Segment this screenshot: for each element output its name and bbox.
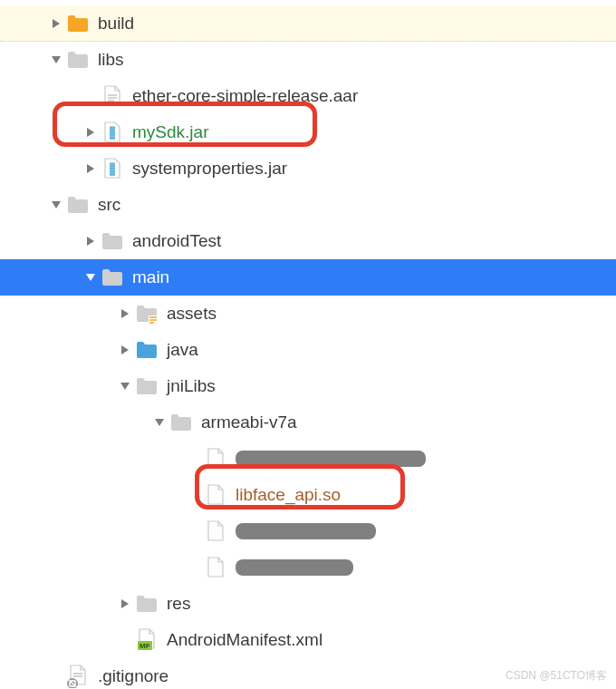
- tree-item-armeabi-v7a[interactable]: armeabi-v7a: [0, 404, 616, 441]
- project-tree[interactable]: build libs ether-core-simple-release.aar…: [0, 0, 616, 689]
- tree-item-so-file[interactable]: [0, 549, 616, 586]
- folder-icon: [67, 194, 89, 216]
- tree-item-libs[interactable]: libs: [0, 42, 616, 78]
- tree-item-java[interactable]: java: [0, 332, 616, 368]
- tree-item-src[interactable]: src: [0, 187, 616, 223]
- chevron-down-icon[interactable]: [49, 53, 63, 66]
- tree-item-so-file[interactable]: [0, 441, 616, 477]
- chevron-right-icon[interactable]: [83, 126, 98, 139]
- file-icon: [205, 448, 226, 470]
- tree-item-label: .gitignore: [98, 666, 168, 686]
- tree-item-label: assets: [167, 304, 217, 324]
- redacted-label: [236, 451, 426, 467]
- tree-item-label: build: [98, 14, 134, 34]
- tree-item-android-manifest[interactable]: AndroidManifest.xml: [0, 622, 616, 658]
- chevron-right-icon[interactable]: [49, 17, 63, 30]
- jar-file-icon: [101, 158, 123, 180]
- chevron-right-icon[interactable]: [118, 307, 132, 320]
- tree-item-label: jniLibs: [167, 376, 216, 396]
- tree-item-label: AndroidManifest.xml: [167, 630, 322, 650]
- file-icon: [205, 557, 226, 578]
- folder-icon: [136, 375, 158, 397]
- tree-item-jnilibs[interactable]: jniLibs: [0, 368, 616, 404]
- redacted-label: [236, 559, 353, 576]
- folder-icon: [101, 230, 123, 252]
- tree-item-label: armeabi-v7a: [201, 412, 297, 432]
- tree-item-label: androidTest: [132, 231, 221, 251]
- tree-item-build[interactable]: build: [0, 5, 616, 42]
- tree-item-androidtest[interactable]: androidTest: [0, 223, 616, 259]
- chevron-right-icon[interactable]: [83, 162, 98, 175]
- tree-item-label: res: [167, 594, 190, 614]
- tree-item-mysdk-jar[interactable]: mySdk.jar: [0, 114, 616, 150]
- tree-item-so-file[interactable]: [0, 513, 616, 549]
- folder-icon: [136, 339, 158, 361]
- manifest-file-icon: [136, 629, 158, 651]
- redacted-label: [236, 523, 376, 539]
- folder-icon: [170, 412, 192, 433]
- chevron-right-icon[interactable]: [83, 235, 98, 247]
- tree-item-aar[interactable]: ether-core-simple-release.aar: [0, 78, 616, 114]
- tree-item-label: java: [167, 340, 198, 360]
- tree-item-label: systemproperties.jar: [132, 159, 287, 179]
- file-icon: [101, 85, 123, 107]
- tree-item-main[interactable]: main: [0, 259, 616, 296]
- folder-icon: [101, 267, 123, 288]
- watermark: CSDN @51CTO博客: [505, 668, 607, 684]
- gitignore-file-icon: [67, 665, 89, 687]
- chevron-down-icon[interactable]: [49, 199, 63, 211]
- tree-item-label: main: [132, 267, 169, 287]
- file-icon: [205, 520, 226, 542]
- file-icon: [205, 484, 226, 506]
- jar-file-icon: [101, 121, 123, 143]
- tree-item-label: mySdk.jar: [132, 122, 208, 142]
- chevron-right-icon[interactable]: [118, 597, 132, 610]
- tree-item-label: libs: [98, 50, 124, 70]
- chevron-down-icon[interactable]: [118, 380, 132, 393]
- tree-item-libface-api-so[interactable]: libface_api.so: [0, 477, 616, 513]
- folder-icon: [67, 49, 89, 71]
- folder-icon: [136, 303, 158, 325]
- chevron-down-icon[interactable]: [83, 271, 98, 284]
- tree-item-label: libface_api.so: [236, 485, 341, 505]
- folder-icon: [136, 593, 158, 615]
- folder-icon: [67, 13, 89, 34]
- tree-item-label: ether-core-simple-release.aar: [132, 86, 358, 106]
- tree-item-res[interactable]: res: [0, 586, 616, 622]
- tree-item-assets[interactable]: assets: [0, 296, 616, 332]
- tree-item-label: src: [98, 195, 120, 215]
- tree-item-systemproperties-jar[interactable]: systemproperties.jar: [0, 150, 616, 187]
- chevron-right-icon[interactable]: [118, 344, 132, 356]
- chevron-down-icon[interactable]: [152, 416, 167, 429]
